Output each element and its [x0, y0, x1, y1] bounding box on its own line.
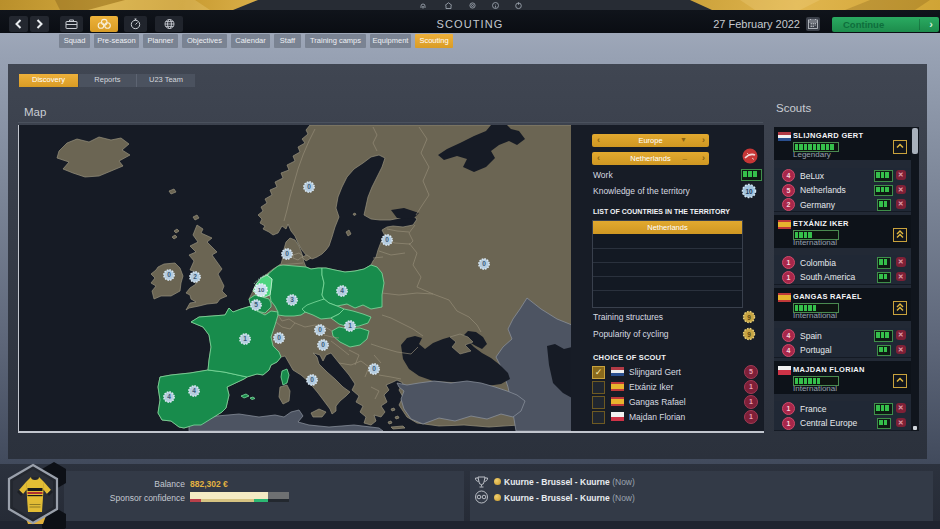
svg-text:0: 0 — [318, 326, 322, 333]
svg-text:3: 3 — [290, 296, 294, 303]
svg-text:0: 0 — [167, 271, 171, 278]
svg-text:10: 10 — [745, 188, 753, 195]
svg-text:0: 0 — [372, 365, 376, 372]
svg-text:1: 1 — [243, 335, 247, 342]
svg-text:0: 0 — [277, 334, 281, 341]
svg-text:4: 4 — [167, 393, 171, 400]
svg-text:5: 5 — [254, 301, 258, 308]
svg-text:4: 4 — [340, 287, 344, 294]
svg-text:9: 9 — [747, 331, 751, 338]
svg-text:0: 0 — [385, 236, 389, 243]
svg-text:0: 0 — [285, 250, 289, 257]
svg-text:0: 0 — [310, 376, 314, 383]
svg-text:0: 0 — [307, 183, 311, 190]
svg-text:0: 0 — [321, 341, 325, 348]
svg-text:1: 1 — [348, 322, 352, 329]
svg-text:2: 2 — [193, 273, 197, 280]
svg-text:0: 0 — [482, 260, 486, 267]
svg-text:9: 9 — [747, 314, 751, 321]
svg-text:4: 4 — [192, 387, 196, 394]
svg-text:10: 10 — [258, 287, 265, 293]
